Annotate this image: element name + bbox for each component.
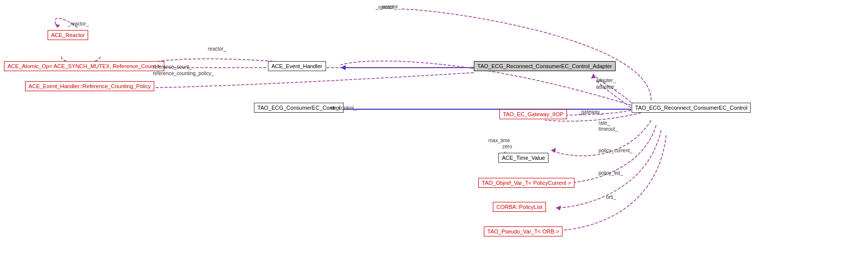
label-rate: rate_ [599,120,610,126]
node-ace-time-value: ACE_Time_Value [498,153,548,163]
diagram-container: _reactor_ [0,0,868,259]
label-zero: zero [502,144,512,149]
svg-marker-9 [591,74,596,79]
node-ace-atomic-op-label: ACE_Atomic_Op< ACE_SYNCH_MUTEX, Referenc… [8,63,161,69]
node-ace-event-handler-label: ACE_Event_Handler [271,63,323,69]
svg-marker-3 [341,65,346,70]
node-tao-ecg-reconnect-adapter-label: TAO_ECG_Reconnect_ConsumerEC_Control_Ada… [477,63,612,69]
label-policy-list: policy_list_ [599,170,623,176]
label-policy-current: policy_current_ [599,148,633,153]
node-ace-event-handler: ACE_Event_Handler [268,61,326,71]
label-adapter: adapter_ [596,78,616,83]
label-gateway: _gateway_ [578,109,603,115]
node-tao-pseudo-var-orb: TAO_Pseudo_Var_T< ORB > [484,226,562,236]
node-tao-ecg-consumerec-control-label: TAO_ECG_ConsumerEC_Control [257,105,340,111]
node-corba-policylist-label: CORBA::PolicyList [496,204,542,210]
node-tao-ec-gateway-iiop: TAO_EC_Gateway_IIOP [499,109,567,119]
node-ace-ref-counting-policy: ACE_Event_Handler::Reference_Counting_Po… [25,81,154,91]
node-ace-atomic-op: ACE_Atomic_Op< ACE_SYNCH_MUTEX, Referenc… [4,61,164,71]
node-corba-policylist: CORBA::PolicyList [493,202,546,212]
svg-marker-0 [55,24,60,28]
node-ace-ref-counting-policy-label: ACE_Event_Handler::Reference_Counting_Po… [29,83,151,89]
node-tao-ec-gateway-iiop-label: TAO_EC_Gateway_IIOP [503,111,563,117]
node-ace-time-value-label: ACE_Time_Value [502,155,545,161]
label-reactor-top: _reactor_ [380,4,401,10]
edges-svg: _reactor_ [0,0,868,259]
node-tao-ecg-reconnect-control: TAO_ECG_Reconnect_ConsumerEC_Control [632,103,751,113]
label-adaptee: adaptee_ [596,84,617,90]
label-timeout: timeout_ [599,126,618,132]
node-tao-ecg-reconnect-control-label: TAO_ECG_Reconnect_ConsumerEC_Control [635,105,747,111]
node-tao-ecg-reconnect-adapter: TAO_ECG_Reconnect_ConsumerEC_Control_Ada… [474,61,616,71]
svg-marker-14 [556,205,561,210]
label-reactor-middle: reactor_ [208,46,226,52]
label-max-time: max_time [488,138,510,143]
svg-marker-11 [551,148,556,153]
label-orb: orb_ [606,194,616,200]
label-reactor-self: _reactor_ [68,21,89,27]
label-ec-control: ec_control_ [331,105,357,111]
node-ace-reactor: ACE_Reactor [48,30,88,40]
node-tao-objref-var-policycurrent: TAO_Objref_Var_T< PolicyCurrent > [478,178,574,188]
node-ace-reactor-label: ACE_Reactor [51,32,85,38]
node-tao-pseudo-var-orb-label: TAO_Pseudo_Var_T< ORB > [487,228,559,234]
node-tao-objref-var-policycurrent-label: TAO_Objref_Var_T< PolicyCurrent > [482,180,571,186]
label-reference-counting-policy: reference_counting_policy_ [153,71,214,76]
label-reference-count: reference_count_ [153,64,192,70]
